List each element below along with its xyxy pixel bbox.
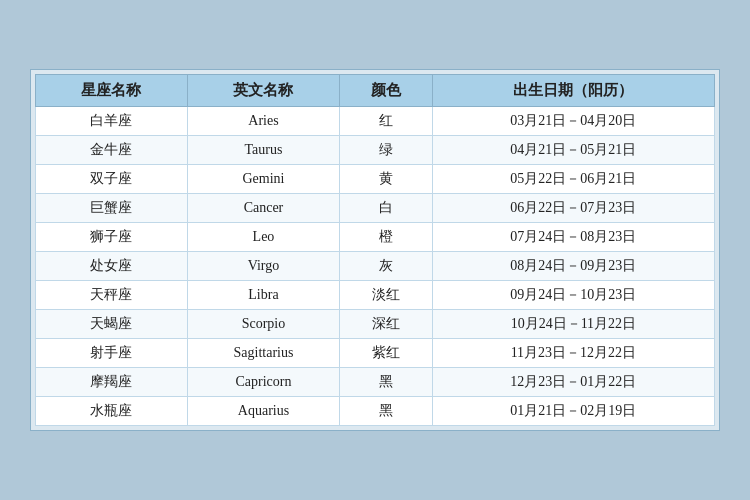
table-row: 天秤座Libra淡红09月24日－10月23日 <box>36 281 715 310</box>
cell-dates: 08月24日－09月23日 <box>432 252 714 281</box>
zodiac-table-container: 星座名称 英文名称 颜色 出生日期（阳历） 白羊座Aries红03月21日－04… <box>30 69 720 431</box>
cell-english-name: Virgo <box>187 252 339 281</box>
cell-dates: 04月21日－05月21日 <box>432 136 714 165</box>
cell-chinese-name: 水瓶座 <box>36 397 188 426</box>
cell-chinese-name: 天秤座 <box>36 281 188 310</box>
cell-chinese-name: 狮子座 <box>36 223 188 252</box>
cell-dates: 05月22日－06月21日 <box>432 165 714 194</box>
cell-chinese-name: 摩羯座 <box>36 368 188 397</box>
cell-chinese-name: 金牛座 <box>36 136 188 165</box>
table-row: 射手座Sagittarius紫红11月23日－12月22日 <box>36 339 715 368</box>
cell-chinese-name: 白羊座 <box>36 107 188 136</box>
cell-chinese-name: 射手座 <box>36 339 188 368</box>
cell-chinese-name: 巨蟹座 <box>36 194 188 223</box>
cell-dates: 10月24日－11月22日 <box>432 310 714 339</box>
cell-english-name: Gemini <box>187 165 339 194</box>
table-row: 白羊座Aries红03月21日－04月20日 <box>36 107 715 136</box>
cell-color: 黑 <box>339 397 432 426</box>
cell-english-name: Libra <box>187 281 339 310</box>
cell-english-name: Scorpio <box>187 310 339 339</box>
header-chinese-name: 星座名称 <box>36 75 188 107</box>
cell-dates: 01月21日－02月19日 <box>432 397 714 426</box>
cell-dates: 11月23日－12月22日 <box>432 339 714 368</box>
cell-chinese-name: 双子座 <box>36 165 188 194</box>
header-english-name: 英文名称 <box>187 75 339 107</box>
table-row: 天蝎座Scorpio深红10月24日－11月22日 <box>36 310 715 339</box>
cell-color: 深红 <box>339 310 432 339</box>
cell-color: 绿 <box>339 136 432 165</box>
cell-color: 黄 <box>339 165 432 194</box>
cell-dates: 09月24日－10月23日 <box>432 281 714 310</box>
table-header-row: 星座名称 英文名称 颜色 出生日期（阳历） <box>36 75 715 107</box>
table-row: 巨蟹座Cancer白06月22日－07月23日 <box>36 194 715 223</box>
cell-english-name: Cancer <box>187 194 339 223</box>
cell-color: 淡红 <box>339 281 432 310</box>
table-row: 狮子座Leo橙07月24日－08月23日 <box>36 223 715 252</box>
table-row: 处女座Virgo灰08月24日－09月23日 <box>36 252 715 281</box>
cell-color: 紫红 <box>339 339 432 368</box>
cell-dates: 06月22日－07月23日 <box>432 194 714 223</box>
cell-dates: 03月21日－04月20日 <box>432 107 714 136</box>
cell-dates: 07月24日－08月23日 <box>432 223 714 252</box>
cell-english-name: Leo <box>187 223 339 252</box>
header-color: 颜色 <box>339 75 432 107</box>
cell-english-name: Aquarius <box>187 397 339 426</box>
cell-english-name: Taurus <box>187 136 339 165</box>
table-row: 双子座Gemini黄05月22日－06月21日 <box>36 165 715 194</box>
cell-chinese-name: 天蝎座 <box>36 310 188 339</box>
table-row: 金牛座Taurus绿04月21日－05月21日 <box>36 136 715 165</box>
cell-color: 白 <box>339 194 432 223</box>
cell-english-name: Sagittarius <box>187 339 339 368</box>
header-dates: 出生日期（阳历） <box>432 75 714 107</box>
cell-color: 黑 <box>339 368 432 397</box>
zodiac-table: 星座名称 英文名称 颜色 出生日期（阳历） 白羊座Aries红03月21日－04… <box>35 74 715 426</box>
table-row: 水瓶座Aquarius黑01月21日－02月19日 <box>36 397 715 426</box>
cell-dates: 12月23日－01月22日 <box>432 368 714 397</box>
table-row: 摩羯座Capricorn黑12月23日－01月22日 <box>36 368 715 397</box>
cell-english-name: Capricorn <box>187 368 339 397</box>
cell-color: 灰 <box>339 252 432 281</box>
cell-english-name: Aries <box>187 107 339 136</box>
cell-color: 红 <box>339 107 432 136</box>
cell-color: 橙 <box>339 223 432 252</box>
cell-chinese-name: 处女座 <box>36 252 188 281</box>
